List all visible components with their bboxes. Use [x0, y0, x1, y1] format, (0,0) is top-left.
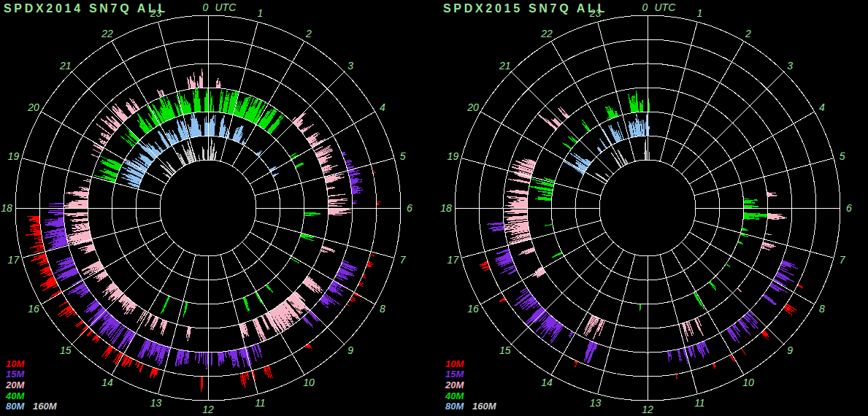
svg-text:12: 12	[202, 404, 214, 415]
svg-text:6: 6	[407, 202, 412, 214]
svg-text:1: 1	[258, 7, 264, 19]
svg-text:4: 4	[819, 101, 825, 113]
svg-text:8: 8	[380, 303, 385, 315]
svg-text:0: 0	[642, 1, 648, 13]
svg-text:20M: 20M	[445, 380, 464, 390]
svg-text:17: 17	[448, 254, 460, 266]
svg-text:22: 22	[101, 28, 113, 39]
svg-text:3: 3	[347, 60, 353, 72]
svg-text:5: 5	[840, 150, 845, 162]
svg-text:20: 20	[27, 101, 39, 113]
svg-text:40M: 40M	[445, 390, 464, 401]
svg-text:10: 10	[303, 377, 315, 388]
svg-text:15: 15	[499, 344, 511, 356]
svg-text:7: 7	[840, 254, 846, 266]
svg-text:19: 19	[8, 150, 20, 162]
svg-text:15: 15	[60, 344, 72, 356]
svg-text:9: 9	[787, 344, 793, 356]
svg-text:80M: 80M	[445, 401, 464, 412]
svg-text:SPDX2015 SN7Q ALL: SPDX2015 SN7Q ALL	[443, 2, 607, 15]
svg-text:10M: 10M	[445, 358, 464, 369]
svg-text:13: 13	[150, 397, 162, 409]
svg-text:13: 13	[590, 397, 602, 409]
svg-text:SPDX2014 SN7Q ALL: SPDX2014 SN7Q ALL	[4, 2, 168, 15]
svg-text:2: 2	[305, 28, 312, 39]
svg-text:18: 18	[440, 202, 452, 214]
svg-text:11: 11	[694, 397, 705, 409]
svg-text:5: 5	[400, 150, 406, 162]
svg-text:12: 12	[642, 404, 653, 415]
svg-text:4: 4	[380, 101, 385, 113]
svg-text:21: 21	[499, 60, 511, 72]
svg-text:14: 14	[541, 377, 553, 388]
svg-text:3: 3	[787, 60, 793, 72]
svg-text:40M: 40M	[5, 390, 25, 401]
svg-text:6: 6	[846, 202, 852, 214]
svg-text:20: 20	[466, 101, 479, 113]
svg-text:19: 19	[448, 150, 459, 162]
svg-text:9: 9	[347, 344, 353, 356]
svg-text:17: 17	[8, 254, 20, 266]
svg-text:160M: 160M	[472, 401, 497, 412]
svg-text:15M: 15M	[445, 369, 464, 380]
svg-text:15M: 15M	[6, 369, 25, 380]
svg-text:11: 11	[255, 397, 266, 409]
svg-text:UTC: UTC	[655, 1, 677, 13]
svg-text:2: 2	[745, 28, 751, 39]
svg-text:16: 16	[467, 303, 479, 315]
svg-text:10M: 10M	[6, 358, 25, 369]
svg-text:0: 0	[203, 1, 209, 13]
svg-text:7: 7	[400, 254, 407, 266]
svg-text:UTC: UTC	[215, 1, 237, 13]
svg-text:14: 14	[101, 377, 113, 388]
svg-text:160M: 160M	[33, 401, 58, 412]
svg-text:1: 1	[697, 7, 703, 19]
svg-text:20M: 20M	[5, 380, 25, 390]
svg-text:18: 18	[1, 202, 12, 214]
svg-text:21: 21	[59, 60, 72, 72]
svg-text:8: 8	[819, 303, 825, 315]
svg-text:16: 16	[28, 303, 39, 315]
svg-text:22: 22	[540, 28, 553, 39]
svg-text:10: 10	[742, 377, 754, 388]
svg-text:80M: 80M	[6, 401, 25, 412]
